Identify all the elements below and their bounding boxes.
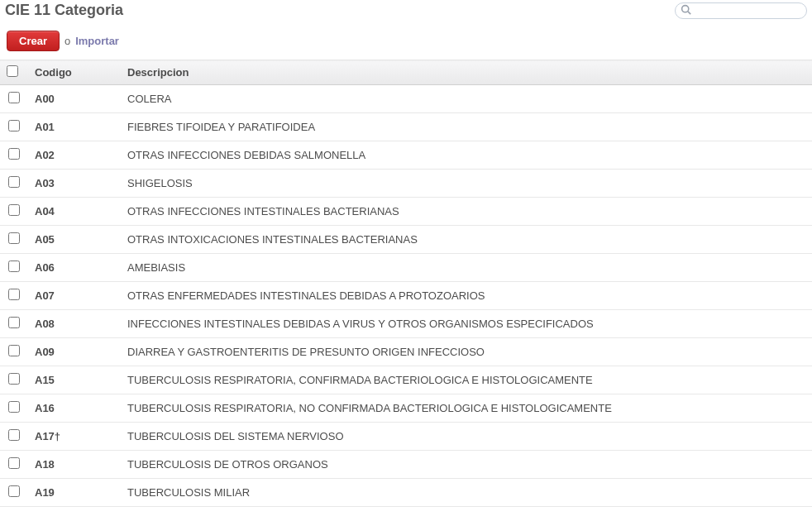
table-row[interactable]: A15TUBERCULOSIS RESPIRATORIA, CONFIRMADA… [0,366,812,394]
cell-codigo: A18 [28,451,121,479]
table-row[interactable]: A07OTRAS ENFERMEDADES INTESTINALES DEBID… [0,282,812,310]
row-checkbox[interactable] [8,176,20,188]
row-checkbox-cell [0,310,28,338]
select-all-checkbox[interactable] [7,65,18,77]
row-checkbox[interactable] [8,92,20,103]
cell-codigo: A01 [28,113,121,141]
row-checkbox-cell [0,366,28,394]
cell-codigo: A00 [28,85,121,113]
cell-descripcion: INFECCIONES INTESTINALES DEBIDAS A VIRUS… [121,310,812,338]
cell-descripcion: AMEBIASIS [121,254,812,282]
row-checkbox[interactable] [8,148,20,160]
cell-descripcion: TUBERCULOSIS DE OTROS ORGANOS [121,451,812,479]
cell-codigo: A15 [28,366,121,394]
cell-descripcion: OTRAS INFECCIONES DEBIDAS SALMONELLA [121,141,812,170]
table-row[interactable]: A09DIARREA Y GASTROENTERITIS DE PRESUNTO… [0,338,812,366]
svg-line-1 [688,11,690,13]
cell-descripcion: OTRAS INFECCIONES INTESTINALES BACTERIAN… [121,198,812,226]
cell-codigo: A19 [28,479,121,507]
cell-descripcion: FIEBRES TIFOIDEA Y PARATIFOIDEA [121,113,812,141]
cell-descripcion: TUBERCULOSIS RESPIRATORIA, CONFIRMADA BA… [121,366,812,394]
row-checkbox-cell [0,170,28,198]
row-checkbox-cell [0,113,28,141]
row-checkbox-cell [0,254,28,282]
row-checkbox[interactable] [8,260,20,272]
cell-codigo: A06 [28,254,121,282]
row-checkbox-cell [0,85,28,113]
or-text: o [64,35,70,47]
row-checkbox[interactable] [8,373,20,385]
row-checkbox[interactable] [8,457,20,469]
table-row[interactable]: A05OTRAS INTOXICACIONES INTESTINALES BAC… [0,226,812,254]
table-row[interactable]: A02OTRAS INFECCIONES DEBIDAS SALMONELLA [0,141,812,170]
cell-descripcion: DIARREA Y GASTROENTERITIS DE PRESUNTO OR… [121,338,812,366]
table-row[interactable]: A18TUBERCULOSIS DE OTROS ORGANOS [0,451,812,479]
cell-codigo: A03 [28,170,121,198]
row-checkbox-cell [0,141,28,170]
row-checkbox-cell [0,338,28,366]
svg-point-0 [682,5,689,12]
table-row[interactable]: A17†TUBERCULOSIS DEL SISTEMA NERVIOSO [0,423,812,451]
search-input[interactable] [694,4,803,17]
cell-descripcion: TUBERCULOSIS MILIAR [121,479,812,507]
table-row[interactable]: A01FIEBRES TIFOIDEA Y PARATIFOIDEA [0,113,812,141]
table-row[interactable]: A03SHIGELOSIS [0,170,812,198]
page-title: CIE 11 Categoria [5,2,123,19]
row-checkbox[interactable] [8,485,20,497]
row-checkbox[interactable] [8,317,20,328]
row-checkbox[interactable] [8,120,20,131]
table-row[interactable]: A19TUBERCULOSIS MILIAR [0,479,812,507]
search-icon [681,4,691,17]
row-checkbox[interactable] [8,289,20,300]
cell-codigo: A09 [28,338,121,366]
row-checkbox-cell [0,226,28,254]
row-checkbox-cell [0,479,28,507]
cell-codigo: A08 [28,310,121,338]
cell-codigo: A02 [28,141,121,170]
search-box[interactable] [675,2,807,19]
cell-descripcion: SHIGELOSIS [121,170,812,198]
cell-descripcion: TUBERCULOSIS DEL SISTEMA NERVIOSO [121,423,812,451]
row-checkbox-cell [0,282,28,310]
import-link[interactable]: Importar [75,35,119,47]
table-row[interactable]: A04OTRAS INFECCIONES INTESTINALES BACTER… [0,198,812,226]
cell-codigo: A05 [28,226,121,254]
cell-descripcion: TUBERCULOSIS RESPIRATORIA, NO CONFIRMADA… [121,394,812,423]
row-checkbox[interactable] [8,429,20,441]
table-row[interactable]: A06AMEBIASIS [0,254,812,282]
row-checkbox[interactable] [8,345,20,356]
cell-descripcion: OTRAS ENFERMEDADES INTESTINALES DEBIDAS … [121,282,812,310]
cell-codigo: A16 [28,394,121,423]
create-button[interactable]: Crear [7,31,60,51]
header-checkbox-cell [0,60,28,85]
cell-codigo: A04 [28,198,121,226]
table-row[interactable]: A08INFECCIONES INTESTINALES DEBIDAS A VI… [0,310,812,338]
column-header-descripcion[interactable]: Descripcion [121,60,812,85]
table-row[interactable]: A16TUBERCULOSIS RESPIRATORIA, NO CONFIRM… [0,394,812,423]
table-row[interactable]: A00COLERA [0,85,812,113]
column-header-codigo[interactable]: Codigo [28,60,121,85]
cell-codigo: A07 [28,282,121,310]
row-checkbox-cell [0,423,28,451]
cell-descripcion: COLERA [121,85,812,113]
row-checkbox-cell [0,394,28,423]
row-checkbox[interactable] [8,401,20,413]
data-table: Codigo Descripcion A00COLERAA01FIEBRES T… [0,60,812,507]
row-checkbox[interactable] [8,232,20,244]
cell-codigo: A17† [28,423,121,451]
cell-descripcion: OTRAS INTOXICACIONES INTESTINALES BACTER… [121,226,812,254]
row-checkbox-cell [0,198,28,226]
row-checkbox[interactable] [8,204,20,216]
row-checkbox-cell [0,451,28,479]
